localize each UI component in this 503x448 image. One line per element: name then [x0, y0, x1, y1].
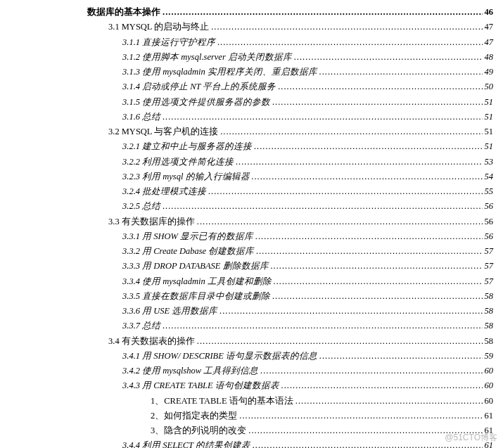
toc-leader-dots: ........................................…: [239, 409, 482, 423]
toc-entry[interactable]: 1、CREATE TABLE 语句的基本语法..................…: [151, 395, 493, 408]
toc-entry-label: 3.1.2 使用脚本 mysql.server 启动关闭数据库: [122, 51, 292, 64]
toc-entry-label: 3.3.1 用 SHOW 显示已有的数据库: [122, 230, 253, 243]
toc-entry-label: 3.4 有关数据表的操作: [108, 335, 195, 348]
toc-entry[interactable]: 3.1.3 使用 mysqladmin 实用程序关闭、重启数据库........…: [122, 65, 493, 79]
toc-leader-dots: ........................................…: [163, 200, 482, 213]
toc-leader-dots: ........................................…: [274, 275, 483, 288]
toc-entry[interactable]: 2、如何指定表的类型..............................…: [151, 409, 493, 423]
toc-entry-page: 51: [485, 96, 494, 109]
toc-leader-dots: ........................................…: [256, 245, 482, 258]
toc-entry-page: 51: [485, 110, 494, 124]
toc-leader-dots: ........................................…: [294, 51, 483, 64]
toc-entry[interactable]: 3.2.5 总结................................…: [122, 200, 493, 213]
toc-entry-page: 51: [485, 140, 494, 153]
toc-leader-dots: ........................................…: [163, 110, 482, 124]
toc-entry[interactable]: 3.3.4 使用 mysqladmin 工具创建和删除.............…: [122, 275, 493, 288]
toc-leader-dots: ........................................…: [281, 379, 483, 392]
toc-entry-label: 3.4.1 用 SHOW/ DESCRIBE 语句显示数据表的信息: [122, 350, 317, 363]
toc-entry[interactable]: 3.1.2 使用脚本 mysql.server 启动关闭数据库.........…: [122, 51, 493, 64]
toc-entry[interactable]: 3.1.5 使用选项文件提供服务器的参数....................…: [122, 96, 493, 109]
toc-entry-label: 3.4.4 利用 SELECT 的结果创建表: [122, 439, 250, 448]
toc-leader-dots: ........................................…: [220, 125, 482, 139]
toc-entry-page: 58: [485, 319, 494, 333]
toc-leader-dots: ........................................…: [272, 96, 482, 109]
toc-entry[interactable]: 3、隐含的列说明的改变.............................…: [151, 424, 493, 437]
toc-entry-page: 58: [485, 305, 494, 318]
toc-entry-page: 47: [485, 20, 494, 34]
toc-entry-page: 48: [485, 51, 494, 64]
toc-entry-label: 3.3 有关数据库的操作: [108, 215, 195, 229]
toc-entry[interactable]: 3.2.1 建立和中止与服务器的连接......................…: [122, 140, 493, 153]
toc-leader-dots: ........................................…: [271, 260, 483, 273]
toc-entry[interactable]: 3.1.4 启动或停止 NT 平台上的系统服务.................…: [122, 80, 493, 94]
toc-entry-page: 58: [485, 335, 494, 348]
toc-leader-dots: ........................................…: [278, 80, 482, 94]
toc-entry-label: 3.3.4 使用 mysqladmin 工具创建和删除: [122, 275, 272, 288]
toc-leader-dots: ........................................…: [252, 170, 483, 184]
toc-entry[interactable]: 3.4.4 利用 SELECT 的结果创建表..................…: [122, 439, 493, 448]
toc-entry-label: 1、CREATE TABLE 语句的基本语法: [151, 395, 293, 408]
toc-entry-label: 2、如何指定表的类型: [151, 409, 237, 423]
toc-entry[interactable]: 3.3.7 总结................................…: [122, 319, 493, 333]
toc-entry[interactable]: 3.3.3 用 DROP DATABASE 删除数据库.............…: [122, 260, 493, 273]
toc-leader-dots: ........................................…: [236, 155, 482, 169]
toc-entry[interactable]: 3.1.1 直接运行守护程序..........................…: [122, 36, 493, 49]
toc-entry[interactable]: 3.1.6 总结................................…: [122, 110, 493, 124]
toc-leader-dots: ........................................…: [163, 6, 483, 19]
toc-entry-label: 3.1.4 启动或停止 NT 平台上的系统服务: [122, 80, 276, 94]
toc-entry[interactable]: 3.3 有关数据库的操作............................…: [108, 215, 493, 229]
toc-leader-dots: ........................................…: [219, 305, 482, 318]
watermark: @51CTO博客: [445, 432, 497, 444]
toc-entry[interactable]: 3.3.2 用 Create Dabase 创建数据库.............…: [122, 245, 493, 258]
toc-entry-page: 60: [485, 379, 494, 392]
toc-entry[interactable]: 3.4.1 用 SHOW/ DESCRIBE 语句显示数据表的信息.......…: [122, 350, 493, 363]
toc-entry-page: 60: [485, 395, 494, 408]
toc-leader-dots: ........................................…: [254, 140, 482, 153]
toc-entry-label: 数据库的基本操作: [87, 6, 160, 19]
toc-leader-dots: ........................................…: [197, 215, 483, 229]
toc-entry-label: 3.3.2 用 Create Dabase 创建数据库: [122, 245, 254, 258]
toc-leader-dots: ........................................…: [197, 335, 483, 348]
toc-entry-page: 57: [485, 275, 494, 288]
toc-entry[interactable]: 3.3.6 用 USE 选用数据库.......................…: [122, 305, 493, 318]
toc-entry-page: 60: [485, 364, 494, 378]
toc-leader-dots: ........................................…: [211, 20, 482, 34]
toc-entry[interactable]: 3.3.5 直接在数据库目录中创建或删除....................…: [122, 290, 493, 303]
toc-entry[interactable]: 数据库的基本操作................................…: [87, 6, 493, 19]
toc-entry[interactable]: 3.2 MYSQL 与客户机的连接.......................…: [108, 125, 493, 139]
toc-entry-page: 56: [485, 230, 494, 243]
toc-entry-label: 3.2 MYSQL 与客户机的连接: [108, 125, 218, 139]
toc-entry-label: 3.2.1 建立和中止与服务器的连接: [122, 140, 252, 153]
toc-entry[interactable]: 3.1 MYSQL 的启动与终止........................…: [108, 20, 493, 34]
toc-container: 数据库的基本操作................................…: [10, 6, 493, 448]
toc-entry[interactable]: 3.2.4 批处理模式连接...........................…: [122, 185, 493, 198]
toc-entry-label: 3.1 MYSQL 的启动与终止: [108, 20, 209, 34]
toc-leader-dots: ........................................…: [163, 319, 482, 333]
toc-entry[interactable]: 3.4.2 使用 mysqlshow 工具得到信息...............…: [122, 364, 493, 378]
toc-entry-label: 3.3.7 总结: [122, 319, 160, 333]
toc-entry-page: 57: [485, 245, 494, 258]
toc-entry-page: 55: [485, 185, 494, 198]
toc-entry[interactable]: 3.2.2 利用选项文件简化连接........................…: [122, 155, 493, 169]
toc-entry-label: 3.1.1 直接运行守护程序: [122, 36, 215, 49]
toc-entry-label: 3.2.5 总结: [122, 200, 160, 213]
toc-entry-page: 53: [485, 155, 494, 169]
toc-entry-page: 58: [485, 290, 494, 303]
toc-entry-label: 3.3.6 用 USE 选用数据库: [122, 305, 217, 318]
toc-leader-dots: ........................................…: [217, 36, 482, 49]
toc-entry-label: 3.2.2 利用选项文件简化连接: [122, 155, 234, 169]
toc-entry-label: 3.2.4 批处理模式连接: [122, 185, 206, 198]
toc-entry-label: 3.4.3 用 CREATE TABLE 语句创建数据表: [122, 379, 279, 392]
toc-entry-page: 51: [485, 125, 494, 139]
toc-entry-page: 56: [485, 215, 494, 229]
toc-entry[interactable]: 3.2.3 利用 mysql 的输入行编辑器..................…: [122, 170, 493, 184]
toc-entry[interactable]: 3.4.3 用 CREATE TABLE 语句创建数据表............…: [122, 379, 493, 392]
toc-leader-dots: ........................................…: [319, 65, 483, 79]
toc-entry[interactable]: 3.4 有关数据表的操作............................…: [108, 335, 493, 348]
toc-entry-page: 46: [485, 6, 494, 19]
toc-entry-page: 59: [485, 350, 494, 363]
toc-leader-dots: ........................................…: [208, 185, 482, 198]
toc-leader-dots: ........................................…: [260, 364, 482, 378]
toc-entry[interactable]: 3.3.1 用 SHOW 显示已有的数据库...................…: [122, 230, 493, 243]
toc-entry-page: 50: [485, 80, 494, 94]
